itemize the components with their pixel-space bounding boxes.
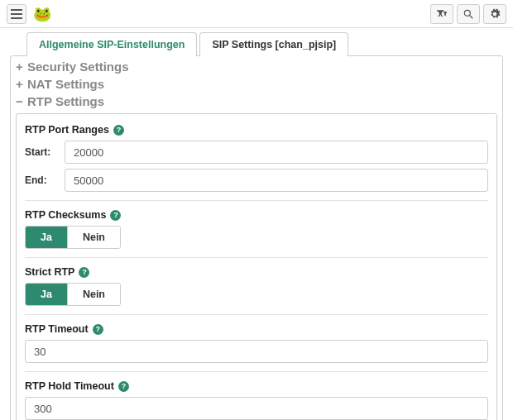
plus-icon: + <box>16 60 27 74</box>
rtp-hold-timeout-label: RTP Hold Timeout ? <box>25 380 488 392</box>
rtp-checksums-label: RTP Checksums ? <box>25 209 488 221</box>
section-security[interactable]: + Security Settings <box>11 58 502 75</box>
tab-bar: Allgemeine SIP-Einstellungen SIP Setting… <box>26 31 503 55</box>
svg-point-0 <box>464 10 470 16</box>
topbar: 🐸 <box>0 0 513 28</box>
section-label: NAT Settings <box>27 77 104 91</box>
strict-rtp-label: Strict RTP ? <box>25 266 488 278</box>
tab-label: Allgemeine SIP-Einstellungen <box>39 39 185 50</box>
rtp-start-row: Start: <box>25 141 488 164</box>
rtp-end-input[interactable] <box>65 169 488 192</box>
rtp-end-label: End: <box>25 174 65 186</box>
tab-general-sip[interactable]: Allgemeine SIP-Einstellungen <box>26 32 197 56</box>
section-nat[interactable]: + NAT Settings <box>11 75 502 93</box>
help-icon[interactable]: ? <box>79 267 89 278</box>
minus-icon: − <box>16 94 27 108</box>
rtp-port-ranges-label: RTP Port Ranges ? <box>25 124 488 136</box>
tab-chan-pjsip[interactable]: SIP Settings [chan_pjsip] <box>199 32 348 56</box>
rtp-start-label: Start: <box>25 146 65 158</box>
language-button[interactable] <box>430 4 453 24</box>
language-icon <box>436 8 448 20</box>
content: Allgemeine SIP-Einstellungen SIP Setting… <box>0 31 513 420</box>
help-icon[interactable]: ? <box>110 210 121 221</box>
section-label: RTP Settings <box>27 94 104 108</box>
section-rtp[interactable]: − RTP Settings <box>11 93 502 110</box>
rtp-hold-timeout-input[interactable] <box>25 397 488 420</box>
help-icon[interactable]: ? <box>93 324 103 335</box>
rtp-checksums-yes[interactable]: Ja <box>26 227 67 248</box>
logo-icon: 🐸 <box>33 5 51 23</box>
gear-icon <box>489 8 501 20</box>
help-icon[interactable]: ? <box>118 381 129 392</box>
menu-button[interactable] <box>7 4 26 24</box>
divider <box>25 371 488 372</box>
rtp-timeout-label: RTP Timeout ? <box>25 323 488 335</box>
rtp-checksums-no[interactable]: Nein <box>67 227 120 248</box>
rtp-settings-panel: RTP Port Ranges ? Start: End: RTP Checks… <box>16 113 497 420</box>
settings-panel: + Security Settings + NAT Settings − RTP… <box>10 55 503 420</box>
divider <box>25 314 488 315</box>
topbar-right <box>430 4 506 24</box>
help-icon[interactable]: ? <box>113 125 124 136</box>
tab-label: SIP Settings [chan_pjsip] <box>212 39 336 50</box>
rtp-timeout-input[interactable] <box>25 340 488 363</box>
rtp-checksums-toggle: Ja Nein <box>25 226 121 249</box>
rtp-end-row: End: <box>25 169 488 192</box>
settings-button[interactable] <box>483 4 506 24</box>
topbar-left: 🐸 <box>7 4 51 24</box>
strict-rtp-no[interactable]: Nein <box>67 284 120 305</box>
search-button[interactable] <box>457 4 480 24</box>
divider <box>25 257 488 258</box>
strict-rtp-toggle: Ja Nein <box>25 283 121 306</box>
svg-line-1 <box>470 15 473 18</box>
search-icon <box>463 8 474 20</box>
rtp-start-input[interactable] <box>65 141 488 164</box>
plus-icon: + <box>16 77 27 91</box>
strict-rtp-yes[interactable]: Ja <box>26 284 67 305</box>
divider <box>25 200 488 201</box>
section-label: Security Settings <box>27 60 129 74</box>
